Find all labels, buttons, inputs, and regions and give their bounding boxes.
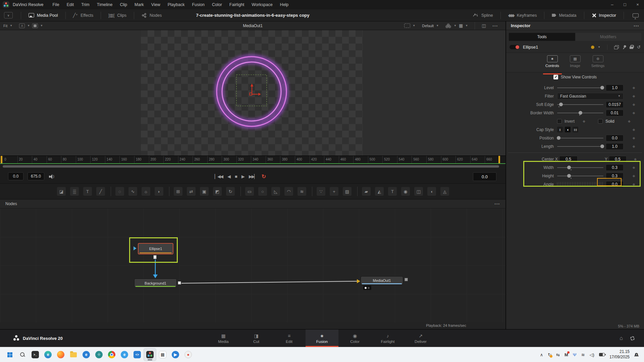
channel-a-button[interactable]: A xyxy=(19,23,25,28)
width-value[interactable]: 0.3 xyxy=(606,164,624,171)
menu-item-clip[interactable]: Clip xyxy=(116,0,131,9)
spline-button[interactable]: Spline xyxy=(469,9,497,21)
effects-button[interactable]: ╱⁺ Effects xyxy=(69,9,98,21)
page-tab-edit[interactable]: ≡Edit xyxy=(273,329,306,347)
cap-style-round-button[interactable]: ◖ xyxy=(565,127,571,132)
page-tab-color[interactable]: ◉Color xyxy=(338,329,371,347)
blur-tool-icon[interactable]: ◌ xyxy=(115,187,124,196)
border-width-keyframe-diamond[interactable]: ◆ xyxy=(624,111,644,115)
terminal-app-button[interactable]: >_ xyxy=(29,348,42,361)
tab-modifiers[interactable]: Modifiers xyxy=(575,33,642,41)
center-keyframe-diamond[interactable]: ◆ xyxy=(627,157,644,161)
color-curves-tool-icon[interactable]: ∿ xyxy=(128,187,137,196)
invert-keyframe-diamond[interactable]: ◆ xyxy=(575,119,593,123)
current-frame-field[interactable]: 0.0 xyxy=(473,172,496,181)
fast-noise-tool-icon[interactable]: ▒ xyxy=(70,187,79,196)
node-graph[interactable]: Ellipse1 Background1 MediaOut1 xyxy=(0,208,505,322)
menu-item-mark[interactable]: Mark xyxy=(131,0,148,9)
position-keyframe-diamond[interactable]: ◆ xyxy=(624,136,644,140)
page-tab-cut[interactable]: ◨Cut xyxy=(240,329,273,347)
filter-dropdown[interactable]: Fast Gaussian ▼ xyxy=(557,93,624,100)
metadata-button[interactable]: Metadata xyxy=(548,9,580,21)
roi-button[interactable] xyxy=(404,23,410,28)
transform-center-handle[interactable] xyxy=(250,83,261,96)
screen-recorder-app-button[interactable]: ● xyxy=(182,348,195,361)
file-explorer-button[interactable] xyxy=(67,348,80,361)
nodes-options-menu[interactable] xyxy=(494,201,500,206)
taskbar-clock[interactable]: 21.15 17/09/2025 xyxy=(609,349,630,360)
lut-select[interactable]: Default ▼ xyxy=(419,21,442,30)
menu-item-color[interactable]: Color xyxy=(208,0,226,9)
media-pool-button[interactable]: Media Pool xyxy=(24,9,62,21)
width-slider[interactable] xyxy=(557,167,603,168)
ellipse-node-output[interactable] xyxy=(153,255,157,259)
cap-style-square-button[interactable]: ▮▮ xyxy=(573,127,578,132)
length-slider[interactable] xyxy=(557,146,603,147)
subtab-image[interactable]: ▩ Image xyxy=(567,55,584,72)
soft-edge-slider[interactable] xyxy=(557,104,603,105)
edge-dev-browser-button[interactable]: e xyxy=(80,348,93,361)
microphone-icon[interactable]: Ψ xyxy=(573,352,577,357)
page-tab-deliver[interactable]: ↗Deliver xyxy=(404,329,437,347)
solid-checkbox[interactable] xyxy=(598,119,603,124)
range-out-field[interactable]: 675.0 xyxy=(28,172,44,180)
davinci-resolve-taskbar-button[interactable] xyxy=(144,348,156,361)
sync-status-icon[interactable]: ↻ xyxy=(548,352,551,357)
start-button[interactable] xyxy=(3,348,16,361)
solid-keyframe-diamond[interactable]: ◆ xyxy=(614,119,644,123)
invert-checkbox[interactable] xyxy=(557,119,562,124)
polygon-mask-tool-icon[interactable]: ◺ xyxy=(271,187,280,196)
go-to-start-button[interactable]: ▏◀◀ xyxy=(215,174,223,179)
nodes-button[interactable]: Nodes xyxy=(138,9,166,21)
play-button[interactable]: ▶ xyxy=(241,174,244,179)
level-slider[interactable] xyxy=(557,87,603,88)
edge-canary-browser-button[interactable]: e xyxy=(118,348,131,361)
menu-item-edit[interactable]: Edit xyxy=(63,0,78,9)
battery-icon[interactable] xyxy=(599,353,605,356)
teams-m-icon[interactable]: M xyxy=(565,352,568,357)
color-channel-button[interactable] xyxy=(32,23,38,28)
particle-spawn-tool-icon[interactable]: + xyxy=(330,187,338,196)
width-keyframe-diamond[interactable]: ◆ xyxy=(624,166,644,169)
stop-button[interactable]: ■ xyxy=(235,174,237,179)
camera-3d-tool-icon[interactable]: ◫ xyxy=(414,187,423,196)
volume-icon[interactable]: ◁) xyxy=(590,352,594,357)
menu-item-davinci-resolve[interactable]: DaVinci Resolve xyxy=(13,2,43,7)
menu-item-playback[interactable]: Playback xyxy=(164,0,189,9)
cap-style-keyframe-diamond[interactable]: ◆ xyxy=(624,128,644,131)
merge-3d-tool-icon[interactable]: ◉ xyxy=(401,187,410,196)
text-3d-tool-icon[interactable]: T xyxy=(388,187,397,196)
position-value[interactable]: 0.0 xyxy=(606,135,624,141)
matte-control-tool-icon[interactable]: ▣ xyxy=(200,187,209,196)
guides-grid-icon[interactable]: ▦ xyxy=(459,23,463,28)
border-width-slider[interactable] xyxy=(557,113,603,113)
workspace-layout-icon[interactable] xyxy=(633,13,639,17)
wifi-icon[interactable]: ≋ xyxy=(581,352,585,357)
menu-item-timeline[interactable]: Timeline xyxy=(93,0,116,9)
step-back-button[interactable]: ◀ xyxy=(227,174,230,179)
subtab-settings[interactable]: ⊛ Settings xyxy=(589,55,607,72)
node-background1[interactable]: Background1 xyxy=(134,279,177,288)
dual-viewer-button[interactable]: ◫ xyxy=(482,23,486,28)
vscode-button[interactable]: <> xyxy=(131,348,144,361)
subtab-controls[interactable]: ∗ Controls xyxy=(544,55,561,72)
viewer-canvas[interactable] xyxy=(0,30,505,156)
range-in-field[interactable]: 0.0 xyxy=(8,172,23,180)
tab-tools[interactable]: Tools xyxy=(509,33,575,41)
render-end-marker[interactable] xyxy=(498,156,500,163)
text-plus-tool-icon[interactable]: T xyxy=(83,187,92,196)
show-view-controls-checkbox[interactable] xyxy=(553,75,558,79)
background-tool-icon[interactable]: ◪ xyxy=(57,187,66,196)
maximize-button[interactable]: □ xyxy=(619,0,631,9)
page-tab-fairlight[interactable]: ♪Fairlight xyxy=(371,329,404,347)
collapse-chevron-button[interactable]: ∨ xyxy=(4,12,13,18)
angle-thumbwheel[interactable] xyxy=(557,182,603,186)
spotlight-3d-tool-icon[interactable]: ◖ xyxy=(427,187,436,196)
shape-3d-tool-icon[interactable]: ◭ xyxy=(375,187,384,196)
inspector-options-menu[interactable] xyxy=(634,23,639,28)
center-y-field[interactable]: 0.5 xyxy=(609,156,627,163)
length-value[interactable]: 1.0 xyxy=(606,143,624,150)
davinci-resolve-logo-icon[interactable] xyxy=(3,1,9,8)
height-value[interactable]: 0.3 xyxy=(606,173,624,179)
color-controls-icon[interactable] xyxy=(445,23,451,28)
